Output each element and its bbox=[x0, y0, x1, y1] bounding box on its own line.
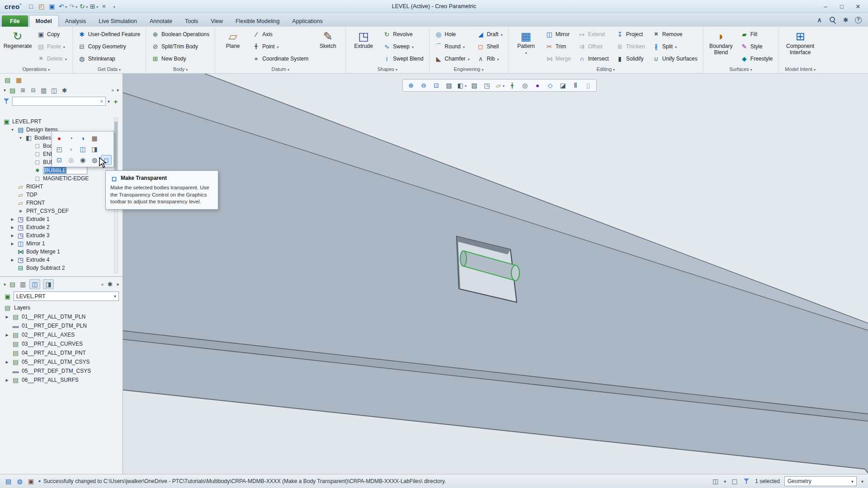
tab-flexible-modeling[interactable]: Flexible Modeling bbox=[229, 15, 286, 27]
new-body-button[interactable]: New Body bbox=[149, 52, 212, 65]
help-icon[interactable] bbox=[855, 17, 862, 23]
tree-item-csys[interactable]: PRT_CSYS_DEF bbox=[0, 207, 123, 215]
tree-display-icon[interactable] bbox=[50, 86, 58, 94]
perspective-button[interactable] bbox=[544, 80, 556, 91]
boolean-operations-button[interactable]: Boolean Operations bbox=[149, 28, 212, 40]
pause-button[interactable] bbox=[570, 80, 581, 91]
expander-icon[interactable]: ▶ bbox=[10, 258, 15, 262]
layers-model-combo[interactable]: LEVEL.PRT ▾ bbox=[14, 291, 119, 301]
expander-icon[interactable]: ▶ bbox=[10, 242, 15, 246]
expander-icon[interactable]: ▶ bbox=[5, 333, 9, 337]
operations-group-label[interactable]: Operations bbox=[0, 65, 72, 73]
coordinate-system-button[interactable]: Coordinate System bbox=[250, 52, 311, 65]
tree-item-mirror-1[interactable]: ▶Mirror 1 bbox=[0, 239, 123, 248]
tree-search-input[interactable]: ✕ bbox=[12, 97, 106, 106]
tab-analysis[interactable]: Analysis bbox=[59, 15, 93, 27]
layers-panel-caret[interactable]: ▾ bbox=[4, 282, 6, 287]
expand-all-icon[interactable] bbox=[19, 86, 27, 94]
section-button[interactable] bbox=[557, 80, 569, 91]
layers-settings-icon[interactable] bbox=[106, 281, 114, 288]
tab-file[interactable]: File bbox=[2, 15, 28, 27]
make-opaque-button[interactable] bbox=[89, 155, 100, 165]
datum-display-button[interactable] bbox=[494, 80, 505, 91]
tree-item-right-plane[interactable]: RIGHT bbox=[0, 183, 123, 191]
shapes-group-label[interactable]: Shapes bbox=[346, 65, 429, 73]
expander-icon[interactable]: ▼ bbox=[18, 136, 23, 140]
point-button[interactable]: Point bbox=[250, 40, 311, 52]
delete-button[interactable]: Delete bbox=[34, 52, 70, 65]
save-button[interactable] bbox=[47, 1, 57, 11]
annotation-display-button[interactable] bbox=[519, 80, 531, 91]
model-intent-group-label[interactable]: Model Intent bbox=[778, 65, 822, 73]
extend-button[interactable]: Extend bbox=[576, 28, 612, 40]
tree-item-extrude-1[interactable]: ▶Extrude 1 bbox=[0, 215, 123, 223]
user-defined-feature-button[interactable]: User-Defined Feature bbox=[75, 28, 143, 40]
zoom-to-selected-button[interactable] bbox=[54, 155, 65, 165]
trim-button[interactable]: Trim bbox=[543, 40, 574, 52]
tree-item-magnetic-edge[interactable]: MAGNETIC-EDGE bbox=[0, 174, 123, 183]
layers-overflow-icon[interactable]: » bbox=[101, 282, 104, 287]
layers-columns-icon[interactable] bbox=[19, 281, 27, 288]
merge-button[interactable]: Merge bbox=[543, 52, 574, 65]
layer-item[interactable]: ▶01__PRT_ALL_DTM_PLN bbox=[0, 312, 123, 321]
statusbar-more-caret[interactable]: ▾ bbox=[861, 479, 863, 484]
copy-geometry-button[interactable]: Copy Geometry bbox=[75, 40, 143, 52]
hidden-line-button[interactable] bbox=[481, 80, 493, 91]
surfaces-group-label[interactable]: Surfaces bbox=[703, 65, 778, 73]
expander-icon[interactable]: ▶ bbox=[10, 234, 15, 238]
tree-item-extrude-4[interactable]: ▶Extrude 4 bbox=[0, 256, 123, 264]
close-window-button[interactable] bbox=[99, 1, 109, 11]
mirror-button[interactable]: Mirror bbox=[543, 28, 574, 40]
new-file-button[interactable] bbox=[26, 1, 36, 11]
status-log-icon[interactable] bbox=[5, 478, 12, 485]
round-button[interactable]: Round bbox=[432, 40, 472, 52]
axis-button[interactable]: Axis bbox=[250, 28, 311, 40]
expander-icon[interactable]: ▶ bbox=[10, 217, 15, 221]
model-tree-tab-icon[interactable] bbox=[4, 76, 11, 84]
expander-icon[interactable]: ▼ bbox=[10, 128, 15, 132]
layer-item[interactable]: 03__PRT_ALL_CURVES bbox=[0, 339, 123, 348]
tab-annotate[interactable]: Annotate bbox=[143, 15, 179, 27]
style-button[interactable]: Style bbox=[738, 40, 775, 52]
collapse-ribbon-icon[interactable] bbox=[816, 16, 823, 24]
folder-browser-tab-icon[interactable] bbox=[15, 76, 23, 84]
spin-center-button[interactable] bbox=[506, 80, 518, 91]
expander-icon[interactable]: ▶ bbox=[5, 360, 9, 364]
show-layers-toggle[interactable] bbox=[29, 279, 40, 289]
copy-button[interactable]: Copy bbox=[34, 28, 70, 40]
selection-filter-combo[interactable]: Geometry ▾ bbox=[784, 476, 857, 486]
swept-blend-button[interactable]: Swept Blend bbox=[380, 52, 426, 65]
appearance-half-button[interactable] bbox=[77, 133, 88, 143]
status-model-icon[interactable] bbox=[27, 478, 35, 485]
unify-surfaces-button[interactable]: Unify Surfaces bbox=[650, 52, 700, 65]
maximize-button[interactable]: □ bbox=[834, 1, 850, 12]
rename-input[interactable]: BUBBLE bbox=[43, 167, 87, 174]
more-tools-button[interactable] bbox=[582, 80, 594, 91]
clear-search-icon[interactable]: ✕ bbox=[100, 99, 104, 104]
tree-item-body-subtract-2[interactable]: Body Subtract 2 bbox=[0, 264, 123, 272]
appearance-quarter-button[interactable] bbox=[66, 133, 76, 143]
component-interface-button[interactable]: Component Interface bbox=[781, 28, 819, 65]
window-switch-button[interactable] bbox=[89, 1, 99, 11]
rib-button[interactable]: Rib bbox=[474, 52, 505, 65]
minimize-button[interactable]: – bbox=[817, 1, 834, 12]
draft-button[interactable]: Draft bbox=[474, 28, 505, 40]
pattern-button[interactable]: Pattern bbox=[511, 28, 541, 65]
intersect-button[interactable]: Intersect bbox=[576, 52, 612, 65]
tree-view-selector-caret[interactable]: ▾ bbox=[4, 88, 6, 93]
toolbar-overflow-icon[interactable]: » bbox=[111, 88, 114, 93]
search-icon[interactable] bbox=[829, 16, 836, 24]
filter-funnel-icon[interactable] bbox=[3, 98, 10, 105]
open-file-button[interactable] bbox=[37, 1, 47, 11]
layer-item[interactable]: 01__PRT_DEF_DTM_PLN bbox=[0, 321, 123, 330]
chamfer-button[interactable]: Chamfer bbox=[432, 52, 472, 65]
tab-model[interactable]: Model bbox=[29, 15, 59, 27]
body-group-label[interactable]: Body bbox=[146, 65, 215, 73]
tab-applications[interactable]: Applications bbox=[286, 15, 329, 27]
fill-button[interactable]: Fill bbox=[738, 28, 775, 40]
redo-button[interactable] bbox=[68, 1, 78, 11]
split-button[interactable]: Split bbox=[650, 40, 700, 52]
options-icon[interactable] bbox=[842, 16, 849, 24]
zoom-in-button[interactable] bbox=[405, 80, 417, 91]
toolbar-more-caret[interactable]: ▾ bbox=[117, 88, 119, 93]
